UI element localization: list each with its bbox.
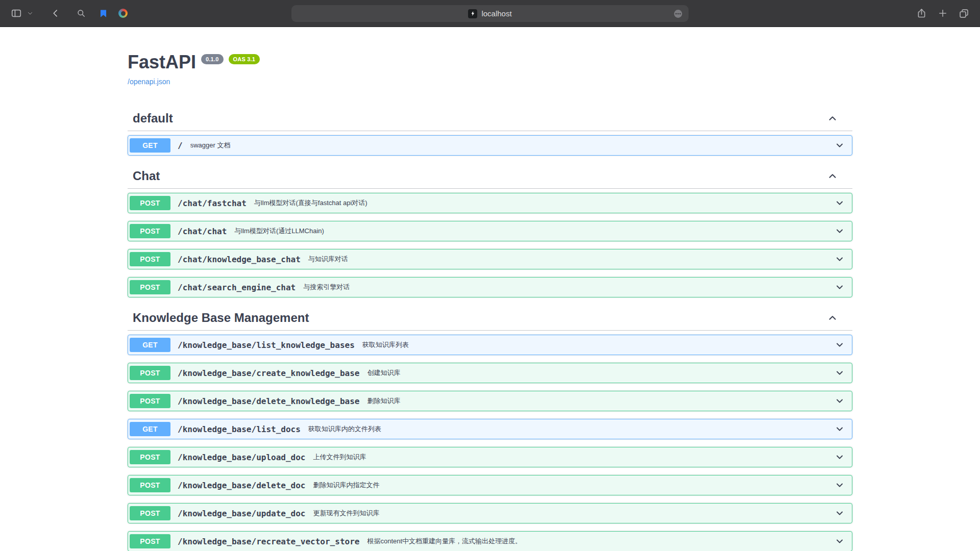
share-button[interactable]	[914, 5, 929, 22]
api-sections: default GET / swagger 文档 C	[128, 106, 852, 551]
chevron-up-icon	[827, 312, 838, 323]
share-icon	[916, 8, 927, 19]
chevron-down-icon	[835, 424, 845, 434]
method-badge: POST	[130, 252, 170, 266]
sidebar-toggle-icon	[11, 8, 22, 19]
operation-path: /knowledge_base/recreate_vector_store	[178, 537, 359, 546]
swagger-container: FastAPI 0.1.0 OAS 3.1 /openapi.json defa…	[117, 27, 863, 551]
sidebar-toggle-button[interactable]	[8, 5, 24, 22]
chevron-down-icon	[835, 282, 845, 292]
back-button[interactable]	[48, 5, 63, 22]
section-default: default GET / swagger 文档	[128, 106, 852, 156]
new-tab-icon	[938, 8, 948, 18]
operation-description: 删除知识库	[367, 396, 400, 406]
expand-operation-button[interactable]	[835, 226, 845, 236]
operation-path: /knowledge_base/upload_doc	[178, 453, 305, 462]
collapse-section-button[interactable]	[827, 170, 838, 182]
tab-overview-icon	[959, 8, 969, 19]
operation-path: /knowledge_base/delete_knowledge_base	[178, 396, 359, 406]
operation-path: /knowledge_base/list_knowledge_bases	[178, 340, 355, 350]
address-bar[interactable]: localhost	[291, 5, 689, 22]
operation-path: /knowledge_base/list_docs	[178, 424, 301, 434]
chevron-down-icon	[27, 10, 33, 16]
expand-operation-button[interactable]	[835, 508, 845, 518]
toolbar-right-group	[914, 5, 972, 22]
operation-row[interactable]: POST /chat/search_engine_chat 与搜索引擎对话	[128, 277, 852, 297]
method-badge: GET	[130, 138, 170, 153]
version-badge: 0.1.0	[201, 54, 223, 64]
collapse-section-button[interactable]	[827, 113, 838, 124]
method-badge: POST	[130, 224, 170, 238]
chevron-down-icon	[835, 452, 845, 462]
ring-extension-button[interactable]	[116, 5, 130, 22]
operation-description: 根据content中文档重建向量库，流式输出处理进度。	[367, 537, 522, 546]
operation-description: 与llm模型对话(通过LLMChain)	[234, 227, 324, 236]
operation-row[interactable]: GET /knowledge_base/list_knowledge_bases…	[128, 335, 852, 355]
section-chat: Chat POST /chat/fastchat 与llm模型对话(直接与fas…	[128, 163, 852, 297]
operation-description: 获取知识库内的文件列表	[308, 424, 381, 434]
operation-row[interactable]: GET / swagger 文档	[128, 135, 852, 156]
expand-operation-button[interactable]	[835, 282, 845, 292]
expand-operation-button[interactable]	[835, 254, 845, 264]
page-more-options-button[interactable]	[673, 9, 683, 18]
section-title: default	[133, 111, 173, 126]
openapi-spec-link[interactable]: /openapi.json	[128, 78, 170, 86]
operation-row[interactable]: POST /knowledge_base/delete_knowledge_ba…	[128, 391, 852, 411]
chevron-down-icon	[835, 536, 845, 546]
chevron-down-icon	[835, 340, 845, 350]
method-badge: POST	[130, 196, 170, 210]
new-tab-button[interactable]	[935, 5, 950, 22]
expand-operation-button[interactable]	[835, 340, 845, 350]
method-badge: POST	[130, 366, 170, 380]
operation-row[interactable]: POST /chat/chat 与llm模型对话(通过LLMChain)	[128, 221, 852, 241]
api-title: FastAPI	[128, 52, 196, 72]
operation-description: 获取知识库列表	[362, 340, 409, 349]
method-badge: GET	[130, 338, 170, 352]
method-badge: POST	[130, 478, 170, 492]
more-options-icon	[673, 9, 683, 18]
operation-row[interactable]: POST /knowledge_base/update_doc 更新现有文件到知…	[128, 503, 852, 523]
chevron-down-icon	[835, 480, 845, 490]
expand-operation-button[interactable]	[835, 396, 845, 406]
operation-row[interactable]: POST /chat/fastchat 与llm模型对话(直接与fastchat…	[128, 193, 852, 213]
operation-row[interactable]: POST /knowledge_base/create_knowledge_ba…	[128, 363, 852, 383]
expand-operation-button[interactable]	[835, 452, 845, 462]
operation-row[interactable]: GET /knowledge_base/list_docs 获取知识库内的文件列…	[128, 419, 852, 439]
operation-description: 与搜索引擎对话	[303, 283, 350, 292]
expand-operation-button[interactable]	[835, 368, 845, 378]
section-header-chat[interactable]: Chat	[128, 163, 852, 189]
tab-overview-button[interactable]	[956, 5, 972, 22]
operation-row[interactable]: POST /knowledge_base/delete_doc 删除知识库内指定…	[128, 475, 852, 495]
blue-extension-button[interactable]	[96, 5, 111, 22]
expand-operation-button[interactable]	[835, 536, 845, 546]
expand-operation-button[interactable]	[835, 480, 845, 490]
method-badge: POST	[130, 394, 170, 408]
operation-path: /chat/search_engine_chat	[178, 283, 296, 292]
operation-description: 创建知识库	[367, 368, 400, 378]
page-content: FastAPI 0.1.0 OAS 3.1 /openapi.json defa…	[0, 27, 980, 551]
operation-row[interactable]: POST /knowledge_base/recreate_vector_sto…	[128, 531, 852, 551]
method-badge: POST	[130, 534, 170, 548]
expand-operation-button[interactable]	[835, 424, 845, 434]
toolbar-left-group	[8, 5, 130, 22]
chevron-up-icon	[827, 113, 838, 124]
operation-path: /knowledge_base/update_doc	[178, 509, 305, 518]
operation-path: /knowledge_base/create_knowledge_base	[178, 368, 359, 378]
operation-path: /chat/knowledge_base_chat	[178, 255, 301, 264]
chevron-down-icon	[835, 140, 845, 151]
section-header-default[interactable]: default	[128, 106, 852, 131]
expand-operation-button[interactable]	[835, 140, 845, 151]
collapse-section-button[interactable]	[827, 312, 838, 323]
sidebar-dropdown-button[interactable]	[24, 5, 36, 22]
method-badge: POST	[130, 280, 170, 294]
chevron-down-icon	[835, 254, 845, 264]
oas-badge: OAS 3.1	[229, 54, 260, 64]
operation-row[interactable]: POST /knowledge_base/upload_doc 上传文件到知识库	[128, 447, 852, 467]
operation-row[interactable]: POST /chat/knowledge_base_chat 与知识库对话	[128, 249, 852, 269]
operation-description: 与llm模型对话(直接与fastchat api对话)	[254, 198, 368, 208]
operation-path: /chat/fastchat	[178, 198, 247, 208]
method-badge: POST	[130, 506, 170, 520]
section-header-knowledge-base-management[interactable]: Knowledge Base Management	[128, 305, 852, 331]
expand-operation-button[interactable]	[835, 198, 845, 208]
search-button[interactable]	[74, 5, 89, 22]
